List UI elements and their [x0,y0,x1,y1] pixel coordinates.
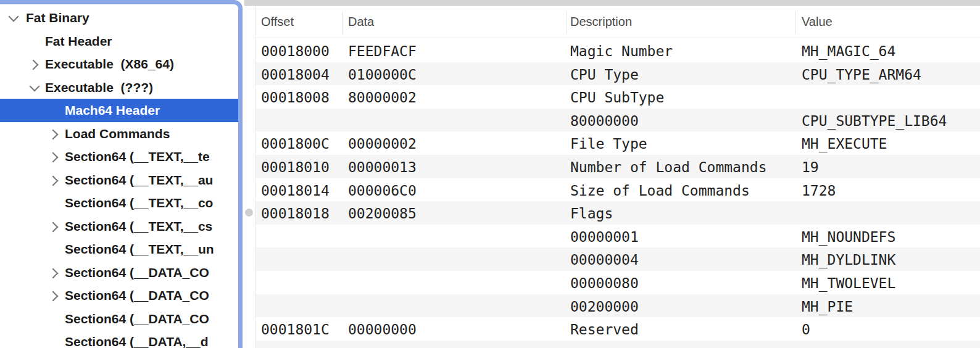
cell-description: 00000004 [570,247,639,271]
chevron-down-icon[interactable] [27,76,43,99]
sidebar-item-section64-text-cs[interactable]: Section64 (__TEXT,__cs [0,215,238,238]
cell-value: 19 [802,155,819,178]
cell-value: MH_PIE [802,294,853,318]
chevron-right-icon[interactable] [47,284,63,307]
cell-value: 0 [802,317,810,341]
sidebar-item-label: Section64 (__DATA_CO [65,307,209,331]
sidebar-item-section64-text-au[interactable]: Section64 (__TEXT,__au [0,168,238,192]
cell-description: 80000000 [570,109,639,132]
cell-offset: 0001801C [261,317,330,341]
table-body: 00018000FEEDFACFMagic NumberMH_MAGIC_640… [255,39,980,348]
cell-value: 1728 [802,178,836,202]
sidebar-item-label: Executable (X86_64) [45,52,174,76]
table-row[interactable]: 0001801000000013Number of Load Commands1… [255,155,980,178]
cell-data: 0100000C [348,62,417,86]
detail-table: OffsetDataDescriptionValue 00018000FEEDF… [255,6,980,348]
sidebar-item-executable-x86-64[interactable]: Executable (X86_64) [0,52,238,76]
cell-offset: 00018000 [261,39,330,62]
sidebar-item-label: Section64 (__TEXT,__cs [65,215,212,238]
sidebar-item-section64-data-co[interactable]: Section64 (__DATA_CO [0,307,238,331]
cell-offset: 00018014 [261,178,330,202]
column-header-data[interactable]: Data [348,6,374,38]
outline-sidebar: Fat BinaryFat HeaderExecutable (X86_64)E… [0,0,238,348]
table-row[interactable]: 00200000MH_PIE [255,294,980,318]
table-row[interactable]: 0001801C00000000Reserved0 [255,317,980,341]
cell-data: 00000013 [348,155,417,178]
table-row[interactable]: 0001800C00000002File TypeMH_EXECUTE [255,131,980,155]
cell-description: CPU SubType [570,85,664,109]
cell-data: FEEDFACF [348,39,417,62]
cell-value: MH_NOUNDEFS [802,225,895,248]
toolbar-bottom-strip [244,0,980,6]
sidebar-item-label: Section64 (__DATA,__d [65,330,209,348]
sidebar-item-label: Section64 (__TEXT,__co [65,191,213,215]
table-row[interactable]: 0001801800200085Flags [255,201,980,225]
table-row[interactable]: 00000080MH_TWOLEVEL [255,271,980,294]
column-divider [795,12,796,34]
sidebar-item-load-commands[interactable]: Load Commands [0,122,238,146]
chevron-right-icon[interactable] [47,145,63,168]
table-row[interactable]: 000180040100000CCPU TypeCPU_TYPE_ARM64 [255,62,980,86]
cell-data: 000006C0 [348,178,417,202]
cell-description: Reserved [570,317,639,341]
table-row[interactable]: 00018000FEEDFACFMagic NumberMH_MAGIC_64 [255,39,980,62]
sidebar-item-label: Section64 (__DATA_CO [65,261,209,284]
outline-tree: Fat BinaryFat HeaderExecutable (X86_64)E… [0,6,238,348]
cell-value: MH_EXECUTE [802,131,887,155]
cell-offset: 00018008 [261,85,330,109]
cell-value: MH_DYLDLINK [802,247,895,271]
chevron-right-icon[interactable] [47,215,63,238]
chevron-right-icon[interactable] [47,261,63,284]
cell-description: 00200000 [570,294,639,318]
column-header-value[interactable]: Value [802,6,833,38]
cell-description: 00000080 [570,271,639,294]
cell-offset: 00018010 [261,155,330,178]
cell-description: 00000001 [570,225,639,248]
sidebar-item-label: Section64 (__TEXT,__au [65,168,213,192]
sidebar-item-label: Section64 (__TEXT,__te [65,145,210,168]
cell-data: 80000002 [348,85,417,109]
cell-description: Flags [570,201,613,225]
cell-data: 00000000 [348,317,417,341]
cell-description: CPU Type [570,62,639,86]
cell-description: File Type [570,131,647,155]
table-row-partial [255,341,980,348]
sidebar-item-mach64-header[interactable]: Mach64 Header [0,99,238,122]
pane-splitter-handle[interactable] [245,209,253,217]
sidebar-item-label: Executable (???) [45,76,153,99]
sidebar-item-label: Section64 (__TEXT,__un [65,238,214,261]
sidebar-item-section64-text-te[interactable]: Section64 (__TEXT,__te [0,145,238,168]
table-row[interactable]: 0001800880000002CPU SubType [255,85,980,109]
sidebar-item-section64-data-d[interactable]: Section64 (__DATA,__d [0,330,238,348]
column-header-offset[interactable]: Offset [261,6,294,38]
cell-value: CPU_TYPE_ARM64 [802,62,921,86]
sidebar-item-fat-binary[interactable]: Fat Binary [0,6,238,30]
sidebar-item-section64-text-co[interactable]: Section64 (__TEXT,__co [0,191,238,215]
table-row[interactable]: 80000000CPU_SUBTYPE_LIB64 [255,109,980,132]
chevron-right-icon[interactable] [47,168,63,192]
cell-value: MH_MAGIC_64 [802,39,895,62]
table-row[interactable]: 00000004MH_DYLDLINK [255,247,980,271]
cell-description: Number of Load Commands [570,155,767,178]
chevron-down-icon[interactable] [6,6,22,30]
cell-description: Size of Load Commands [570,178,750,202]
sidebar-item-section64-text-un[interactable]: Section64 (__TEXT,__un [0,238,238,261]
column-header-description[interactable]: Description [570,6,632,38]
mach-o-viewer-window: Fat BinaryFat HeaderExecutable (X86_64)E… [0,0,980,348]
column-divider [342,12,343,34]
sidebar-item-executable[interactable]: Executable (???) [0,76,238,99]
cell-offset: 00018004 [261,62,330,86]
cell-offset: 00018018 [261,201,330,225]
chevron-right-icon[interactable] [27,52,43,76]
cell-value: CPU_SUBTYPE_LIB64 [802,109,947,132]
chevron-right-icon[interactable] [47,122,63,146]
table-row[interactable]: 00018014000006C0Size of Load Commands172… [255,178,980,202]
cell-description: Magic Number [570,39,673,62]
sidebar-item-section64-data-co[interactable]: Section64 (__DATA_CO [0,261,238,284]
sidebar-item-label: Fat Binary [26,6,89,30]
cell-offset: 0001800C [261,131,330,155]
sidebar-item-fat-header[interactable]: Fat Header [0,30,238,53]
sidebar-item-label: Fat Header [45,30,112,53]
table-row[interactable]: 00000001MH_NOUNDEFS [255,225,980,248]
sidebar-item-section64-data-co[interactable]: Section64 (__DATA_CO [0,284,238,307]
